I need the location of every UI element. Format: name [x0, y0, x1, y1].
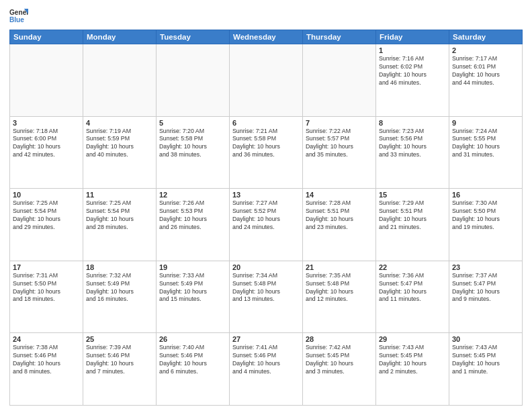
day-info: Sunrise: 7:25 AM Sunset: 5:54 PM Dayligh… — [86, 199, 153, 232]
week-row-0: 1Sunrise: 7:16 AM Sunset: 6:02 PM Daylig… — [10, 44, 523, 117]
day-number: 4 — [86, 119, 153, 127]
day-cell: 14Sunrise: 7:28 AM Sunset: 5:51 PM Dayli… — [303, 189, 376, 261]
day-info: Sunrise: 7:34 AM Sunset: 5:48 PM Dayligh… — [232, 272, 300, 304]
day-cell: 27Sunrise: 7:41 AM Sunset: 5:46 PM Dayli… — [230, 333, 303, 406]
day-cell: 3Sunrise: 7:18 AM Sunset: 6:00 PM Daylig… — [10, 116, 83, 189]
day-cell: 13Sunrise: 7:27 AM Sunset: 5:52 PM Dayli… — [230, 189, 303, 261]
day-cell: 2Sunrise: 7:17 AM Sunset: 6:01 PM Daylig… — [449, 44, 523, 117]
logo: General Blue — [9, 7, 28, 26]
day-info: Sunrise: 7:38 AM Sunset: 5:46 PM Dayligh… — [13, 344, 80, 376]
day-info: Sunrise: 7:32 AM Sunset: 5:49 PM Dayligh… — [86, 272, 153, 304]
day-info: Sunrise: 7:30 AM Sunset: 5:50 PM Dayligh… — [452, 199, 519, 232]
day-info: Sunrise: 7:37 AM Sunset: 5:47 PM Dayligh… — [452, 272, 519, 304]
day-number: 10 — [13, 191, 80, 199]
day-number: 13 — [232, 191, 300, 199]
day-cell: 10Sunrise: 7:25 AM Sunset: 5:54 PM Dayli… — [10, 189, 83, 261]
day-info: Sunrise: 7:42 AM Sunset: 5:45 PM Dayligh… — [306, 344, 373, 376]
logo-icon: General Blue — [9, 7, 28, 26]
day-cell: 29Sunrise: 7:43 AM Sunset: 5:45 PM Dayli… — [376, 333, 449, 406]
day-number: 11 — [86, 191, 153, 199]
svg-text:Blue: Blue — [9, 16, 24, 24]
day-info: Sunrise: 7:39 AM Sunset: 5:46 PM Dayligh… — [86, 344, 153, 376]
header-cell-tuesday: Tuesday — [157, 30, 230, 44]
day-number: 18 — [86, 263, 153, 271]
day-info: Sunrise: 7:20 AM Sunset: 5:58 PM Dayligh… — [159, 128, 226, 160]
header-cell-friday: Friday — [376, 30, 449, 44]
day-cell: 30Sunrise: 7:43 AM Sunset: 5:45 PM Dayli… — [449, 333, 523, 406]
day-info: Sunrise: 7:35 AM Sunset: 5:48 PM Dayligh… — [306, 272, 373, 304]
day-info: Sunrise: 7:25 AM Sunset: 5:54 PM Dayligh… — [13, 199, 80, 232]
day-info: Sunrise: 7:24 AM Sunset: 5:55 PM Dayligh… — [452, 128, 519, 160]
week-row-4: 24Sunrise: 7:38 AM Sunset: 5:46 PM Dayli… — [10, 333, 523, 406]
day-number: 19 — [159, 263, 226, 271]
day-info: Sunrise: 7:19 AM Sunset: 5:59 PM Dayligh… — [86, 128, 153, 160]
day-cell: 23Sunrise: 7:37 AM Sunset: 5:47 PM Dayli… — [449, 261, 523, 333]
day-cell — [230, 44, 303, 117]
day-cell: 7Sunrise: 7:22 AM Sunset: 5:57 PM Daylig… — [303, 116, 376, 189]
day-number: 20 — [232, 263, 300, 271]
day-cell: 15Sunrise: 7:29 AM Sunset: 5:51 PM Dayli… — [376, 189, 449, 261]
day-info: Sunrise: 7:21 AM Sunset: 5:58 PM Dayligh… — [232, 128, 300, 160]
day-number: 17 — [13, 263, 80, 271]
day-number: 22 — [379, 263, 446, 271]
header-cell-sunday: Sunday — [10, 30, 83, 44]
header-cell-saturday: Saturday — [449, 30, 523, 44]
day-cell — [10, 44, 83, 117]
day-info: Sunrise: 7:33 AM Sunset: 5:49 PM Dayligh… — [159, 272, 226, 304]
day-info: Sunrise: 7:26 AM Sunset: 5:53 PM Dayligh… — [159, 199, 226, 232]
day-cell: 8Sunrise: 7:23 AM Sunset: 5:56 PM Daylig… — [376, 116, 449, 189]
day-cell: 28Sunrise: 7:42 AM Sunset: 5:45 PM Dayli… — [303, 333, 376, 406]
day-cell: 17Sunrise: 7:31 AM Sunset: 5:50 PM Dayli… — [10, 261, 83, 333]
day-number: 25 — [86, 335, 153, 343]
day-number: 26 — [159, 335, 226, 343]
day-number: 27 — [232, 335, 300, 343]
day-number: 12 — [159, 191, 226, 199]
day-number: 15 — [379, 191, 446, 199]
day-number: 1 — [379, 46, 446, 54]
header-cell-monday: Monday — [83, 30, 157, 44]
header-cell-thursday: Thursday — [303, 30, 376, 44]
day-cell — [303, 44, 376, 117]
day-info: Sunrise: 7:28 AM Sunset: 5:51 PM Dayligh… — [306, 199, 373, 232]
header-cell-wednesday: Wednesday — [230, 30, 303, 44]
day-number: 7 — [306, 119, 373, 127]
day-number: 9 — [452, 119, 519, 127]
week-row-3: 17Sunrise: 7:31 AM Sunset: 5:50 PM Dayli… — [10, 261, 523, 333]
day-info: Sunrise: 7:43 AM Sunset: 5:45 PM Dayligh… — [379, 344, 446, 376]
day-cell: 20Sunrise: 7:34 AM Sunset: 5:48 PM Dayli… — [230, 261, 303, 333]
day-cell: 4Sunrise: 7:19 AM Sunset: 5:59 PM Daylig… — [83, 116, 157, 189]
day-number: 28 — [306, 335, 373, 343]
day-info: Sunrise: 7:43 AM Sunset: 5:45 PM Dayligh… — [452, 344, 519, 376]
day-number: 29 — [379, 335, 446, 343]
day-cell: 18Sunrise: 7:32 AM Sunset: 5:49 PM Dayli… — [83, 261, 157, 333]
day-number: 8 — [379, 119, 446, 127]
day-cell: 25Sunrise: 7:39 AM Sunset: 5:46 PM Dayli… — [83, 333, 157, 406]
day-number: 2 — [452, 46, 519, 54]
day-info: Sunrise: 7:16 AM Sunset: 6:02 PM Dayligh… — [379, 55, 446, 87]
day-cell: 16Sunrise: 7:30 AM Sunset: 5:50 PM Dayli… — [449, 189, 523, 261]
day-info: Sunrise: 7:41 AM Sunset: 5:46 PM Dayligh… — [232, 344, 300, 376]
day-cell: 22Sunrise: 7:36 AM Sunset: 5:47 PM Dayli… — [376, 261, 449, 333]
day-info: Sunrise: 7:18 AM Sunset: 6:00 PM Dayligh… — [13, 128, 80, 160]
calendar-table: SundayMondayTuesdayWednesdayThursdayFrid… — [9, 30, 523, 406]
day-info: Sunrise: 7:27 AM Sunset: 5:52 PM Dayligh… — [232, 199, 300, 232]
day-number: 6 — [232, 119, 300, 127]
day-cell: 24Sunrise: 7:38 AM Sunset: 5:46 PM Dayli… — [10, 333, 83, 406]
day-number: 24 — [13, 335, 80, 343]
day-info: Sunrise: 7:17 AM Sunset: 6:01 PM Dayligh… — [452, 55, 519, 87]
day-number: 30 — [452, 335, 519, 343]
day-number: 23 — [452, 263, 519, 271]
day-cell: 26Sunrise: 7:40 AM Sunset: 5:46 PM Dayli… — [157, 333, 230, 406]
day-number: 14 — [306, 191, 373, 199]
day-info: Sunrise: 7:31 AM Sunset: 5:50 PM Dayligh… — [13, 272, 80, 304]
day-cell: 11Sunrise: 7:25 AM Sunset: 5:54 PM Dayli… — [83, 189, 157, 261]
day-cell — [83, 44, 157, 117]
day-info: Sunrise: 7:36 AM Sunset: 5:47 PM Dayligh… — [379, 272, 446, 304]
day-cell: 12Sunrise: 7:26 AM Sunset: 5:53 PM Dayli… — [157, 189, 230, 261]
day-number: 5 — [159, 119, 226, 127]
day-cell — [157, 44, 230, 117]
day-cell: 9Sunrise: 7:24 AM Sunset: 5:55 PM Daylig… — [449, 116, 523, 189]
day-cell: 6Sunrise: 7:21 AM Sunset: 5:58 PM Daylig… — [230, 116, 303, 189]
week-row-1: 3Sunrise: 7:18 AM Sunset: 6:00 PM Daylig… — [10, 116, 523, 189]
day-info: Sunrise: 7:23 AM Sunset: 5:56 PM Dayligh… — [379, 128, 446, 160]
